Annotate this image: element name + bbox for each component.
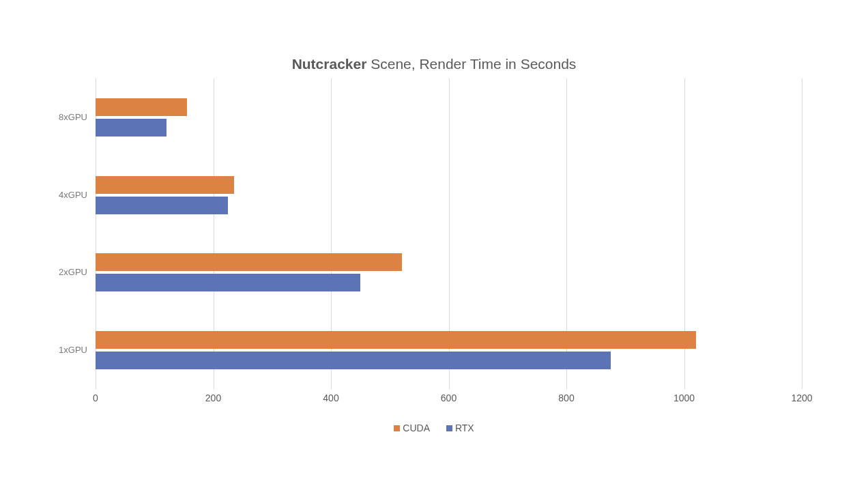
legend-label-cuda: CUDA [403, 423, 430, 433]
legend-swatch-rtx [446, 425, 452, 431]
bar-cuda-8xgpu [96, 98, 187, 116]
legend: CUDA RTX [0, 422, 868, 433]
legend-item-cuda: CUDA [394, 422, 430, 433]
legend-swatch-cuda [394, 425, 400, 431]
x-tick-600: 600 [429, 392, 469, 403]
y-label-2xgpu: 2xGPU [53, 267, 87, 277]
chart-container: Nutcracker Scene, Render Time in Seconds [0, 0, 868, 486]
x-tick-800: 800 [546, 392, 587, 403]
x-tick-1000: 1000 [664, 392, 705, 403]
bar-cuda-2xgpu [96, 253, 402, 271]
y-label-8xgpu: 8xGPU [53, 112, 87, 122]
x-tick-200: 200 [193, 392, 234, 403]
chart-title-rest: Scene, Render Time in Seconds [366, 56, 576, 72]
chart-title: Nutcracker Scene, Render Time in Seconds [0, 56, 868, 72]
cat-group-1xgpu [96, 311, 802, 389]
cat-group-8xgpu [96, 78, 802, 156]
bar-rtx-2xgpu [96, 274, 360, 291]
x-tick-1200: 1200 [781, 392, 822, 403]
chart-title-bold: Nutcracker [292, 56, 367, 72]
gridline-1200 [802, 78, 802, 389]
bar-rtx-8xgpu [96, 119, 167, 137]
legend-label-rtx: RTX [455, 423, 474, 433]
x-tick-0: 0 [75, 392, 116, 403]
plot-area [96, 78, 802, 389]
bar-rtx-1xgpu [96, 352, 611, 369]
x-tick-400: 400 [310, 392, 351, 403]
cat-group-4xgpu [96, 156, 802, 234]
bar-cuda-1xgpu [96, 331, 696, 349]
cat-group-2xgpu [96, 234, 802, 312]
y-label-1xgpu: 1xGPU [53, 345, 87, 355]
y-label-4xgpu: 4xGPU [53, 190, 87, 200]
bar-rtx-4xgpu [96, 197, 228, 214]
legend-item-rtx: RTX [446, 422, 474, 433]
bar-cuda-4xgpu [96, 176, 234, 194]
